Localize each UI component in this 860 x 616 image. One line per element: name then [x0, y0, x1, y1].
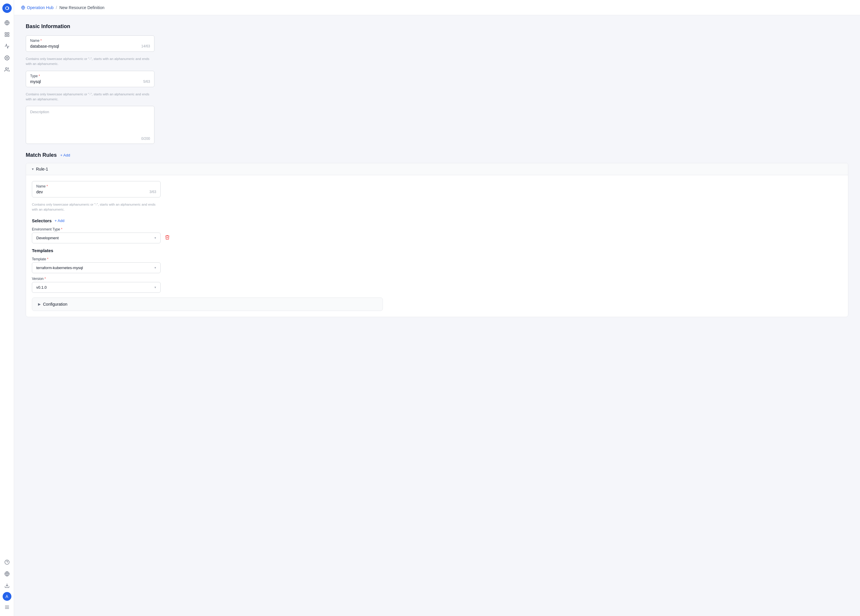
svg-rect-4 [7, 33, 9, 34]
configuration-chevron-right-icon: ▶ [38, 302, 41, 306]
environment-type-label: Environment Type * [32, 227, 161, 231]
sidebar-grid-icon[interactable] [2, 29, 12, 40]
selector-row-1: Environment Type * Development ▾ [32, 227, 842, 243]
svg-rect-3 [5, 33, 6, 34]
rule-1-collapse-icon[interactable]: ▾ [32, 167, 34, 171]
name-hint: Contains only lowercase alphanumeric or … [26, 56, 154, 67]
svg-point-1 [6, 7, 8, 9]
avatar[interactable]: A [3, 592, 11, 601]
operation-hub-icon [21, 6, 25, 9]
type-label: Type * [30, 74, 150, 78]
svg-rect-6 [7, 35, 9, 36]
template-select[interactable]: terraform-kubernetes-mysql ▾ [32, 262, 161, 273]
rule-card-1: ▾ Rule-1 Name * dev 3/63 [26, 163, 848, 317]
svg-rect-5 [5, 35, 6, 36]
type-value: mysql [30, 79, 41, 84]
rule-1-header[interactable]: ▾ Rule-1 [26, 163, 848, 175]
template-value: terraform-kubernetes-mysql [36, 266, 83, 270]
type-field-box[interactable]: Type * mysql 5/63 [26, 71, 154, 87]
name-value: database-mysql [30, 44, 59, 49]
type-hint: Contains only lowercase alphanumeric or … [26, 92, 154, 102]
sidebar-cog-icon[interactable] [2, 53, 12, 63]
sidebar-bottom: A [2, 557, 12, 613]
environment-type-value: Development [36, 236, 59, 240]
version-chevron-icon: ▾ [154, 285, 156, 289]
chevron-down-icon: ▾ [154, 236, 156, 240]
sidebar: A [0, 0, 14, 616]
header: Operation Hub / New Resource Definition [14, 0, 860, 15]
svg-point-8 [5, 67, 7, 69]
match-rules-header: Match Rules + Add [26, 152, 848, 158]
environment-type-select-wrapper: Environment Type * Development ▾ [32, 227, 161, 243]
match-rules-section: Match Rules + Add ▾ Rule-1 Name * [26, 152, 848, 317]
name-counter: 14/63 [141, 44, 150, 48]
name-field-box[interactable]: Name * database-mysql 14/63 [26, 35, 154, 52]
templates-title: Templates [32, 248, 842, 253]
rule-name-label: Name * [36, 184, 156, 188]
language-icon[interactable] [2, 569, 12, 579]
configuration-row[interactable]: ▶ Configuration [32, 298, 383, 311]
template-label: Template * [32, 257, 842, 261]
name-required-star: * [40, 39, 42, 43]
version-label: Version * [32, 277, 842, 281]
version-required-star: * [44, 277, 46, 281]
breadcrumb-link[interactable]: Operation Hub [21, 5, 53, 10]
rule-1-body: Name * dev 3/63 Contains only lowercase … [26, 175, 848, 317]
sidebar-globe-icon[interactable] [2, 17, 12, 28]
menu-icon[interactable] [2, 602, 12, 613]
selectors-add-button[interactable]: + Add [55, 218, 64, 223]
breadcrumb-current: New Resource Definition [60, 5, 104, 10]
templates-section: Templates Template * terraform-kubernete… [32, 248, 842, 293]
sidebar-people-icon[interactable] [2, 64, 12, 75]
download-icon[interactable] [2, 580, 12, 591]
name-label: Name * [30, 39, 150, 43]
rule-name-required-star: * [47, 184, 48, 188]
selectors-header: Selectors + Add [32, 218, 842, 223]
selectors-title: Selectors [32, 218, 52, 223]
environment-type-select[interactable]: Development ▾ [32, 232, 161, 243]
delete-selector-button[interactable] [163, 234, 171, 242]
env-type-required-star: * [61, 227, 63, 231]
name-field-row: database-mysql 14/63 [30, 44, 150, 49]
rule-name-field-row: dev 3/63 [36, 190, 156, 194]
configuration-label: Configuration [43, 302, 67, 307]
basic-info-title: Basic Information [26, 24, 848, 30]
type-field-row: mysql 5/63 [30, 79, 150, 84]
rule-name-value: dev [36, 190, 43, 194]
template-chevron-icon: ▾ [154, 266, 156, 270]
description-field-box[interactable]: Description 0/200 [26, 106, 154, 144]
description-counter: 0/200 [141, 136, 150, 141]
template-select-wrapper: Template * terraform-kubernetes-mysql ▾ [32, 257, 842, 273]
template-required-star: * [47, 257, 49, 261]
description-placeholder: Description [30, 110, 49, 114]
content-area: Basic Information Name * database-mysql … [14, 15, 860, 616]
basic-information-section: Basic Information Name * database-mysql … [26, 24, 848, 144]
version-value: v0.1.0 [36, 285, 47, 290]
svg-point-7 [6, 57, 8, 59]
version-select[interactable]: v0.1.0 ▾ [32, 282, 161, 293]
main-wrapper: Operation Hub / New Resource Definition … [14, 0, 860, 616]
rule-name-hint: Contains only lowercase alphanumeric or … [32, 202, 161, 212]
rule-1-name: Rule-1 [36, 167, 48, 171]
version-select-wrapper: Version * v0.1.0 ▾ [32, 277, 842, 293]
breadcrumb-link-text: Operation Hub [27, 5, 53, 10]
sidebar-chart-icon[interactable] [2, 41, 12, 52]
match-rules-title: Match Rules [26, 152, 57, 158]
logo[interactable] [2, 3, 12, 13]
rule-name-counter: 3/63 [149, 190, 156, 194]
breadcrumb-separator: / [56, 5, 57, 10]
type-counter: 5/63 [143, 80, 150, 84]
type-required-star: * [39, 74, 40, 78]
help-icon[interactable] [2, 557, 12, 567]
match-rules-add-button[interactable]: + Add [60, 153, 70, 157]
rule-name-field-box[interactable]: Name * dev 3/63 [32, 181, 161, 197]
